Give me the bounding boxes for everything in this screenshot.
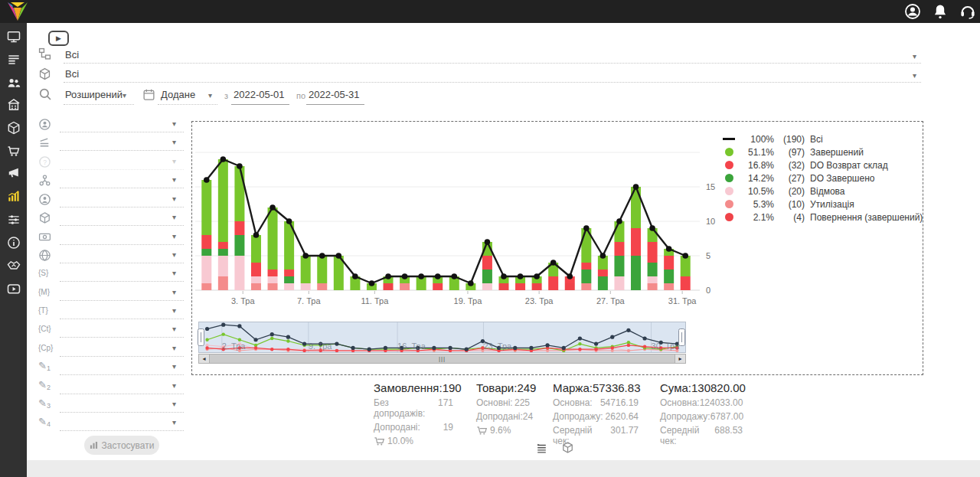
legend-item[interactable]: 5.3% (10) Утилізація <box>719 198 918 211</box>
total-line-point[interactable] <box>583 225 590 231</box>
sidebar-item-warehouse[interactable] <box>6 97 21 113</box>
stacked-bar-segment[interactable] <box>301 256 311 283</box>
chevron-down-icon[interactable]: ▾ <box>913 53 916 60</box>
stacked-bar-segment[interactable] <box>201 256 211 283</box>
total-line-point[interactable] <box>385 273 391 279</box>
stacked-bar-segment[interactable] <box>681 256 691 276</box>
total-line-point[interactable] <box>418 273 424 279</box>
support-button[interactable] <box>959 2 977 21</box>
date-to-input[interactable] <box>306 89 364 105</box>
stacked-bar-segment[interactable] <box>218 249 228 256</box>
stacked-bar-segment[interactable] <box>201 283 211 290</box>
stacked-bar-segment[interactable] <box>548 276 558 290</box>
stacked-bar-segment[interactable] <box>268 270 278 276</box>
stacked-bar-segment[interactable] <box>664 283 674 290</box>
total-line-point[interactable] <box>633 184 639 190</box>
sidebar-item-video-lessons[interactable] <box>6 281 21 296</box>
stacked-bar-segment[interactable] <box>268 283 278 290</box>
navigator-right-handle[interactable] <box>678 328 685 346</box>
sidebar-item-dashboard[interactable] <box>6 29 21 44</box>
stacked-bar-segment[interactable] <box>515 283 525 290</box>
stacked-bar-segment[interactable] <box>598 270 608 276</box>
stacked-bar-segment[interactable] <box>648 242 658 263</box>
stacked-bar-segment[interactable] <box>433 283 443 290</box>
category-filter-select[interactable] <box>64 49 921 64</box>
total-line-point[interactable] <box>319 253 325 259</box>
total-line-point[interactable] <box>616 218 622 224</box>
stacked-bar-segment[interactable] <box>234 166 244 221</box>
view-products-button[interactable] <box>561 441 574 454</box>
legend-item[interactable]: 10.5% (20) Відмова <box>719 185 918 198</box>
search-mode-select[interactable] <box>64 89 134 105</box>
total-line-point[interactable] <box>600 253 606 259</box>
stacked-bar-segment[interactable] <box>482 270 492 283</box>
total-line-point[interactable] <box>451 273 457 279</box>
main-chart-svg[interactable]: 0510153. Тра7. Тра11. Тра19. Тра23. Тра2… <box>192 122 728 313</box>
stacked-bar-segment[interactable] <box>201 180 211 235</box>
stacked-bar-segment[interactable] <box>482 256 492 270</box>
filter-row-utm-medium[interactable]: {M} ▾ <box>38 284 184 302</box>
notifications-button[interactable] <box>931 2 949 21</box>
stacked-bar-segment[interactable] <box>218 242 228 249</box>
scroll-right-button[interactable]: ▸ <box>675 354 685 363</box>
total-line-point[interactable] <box>302 253 309 259</box>
total-line-point[interactable] <box>270 204 276 211</box>
stacked-bar-segment[interactable] <box>532 283 542 290</box>
filter-row-custom-2[interactable]: ✎2 ▾ <box>38 377 184 396</box>
total-line-point[interactable] <box>518 273 524 279</box>
sidebar-item-analytics-active[interactable] <box>6 188 21 204</box>
filter-row-product-type[interactable]: ▾ <box>38 209 184 227</box>
stacked-bar-segment[interactable] <box>400 283 410 290</box>
legend-item[interactable]: 2.1% (4) Повернення (завершений) <box>719 211 918 224</box>
total-line-point[interactable] <box>435 273 441 279</box>
filter-row-custom-3[interactable]: ✎3 ▾ <box>38 396 184 414</box>
total-line-point[interactable] <box>550 260 557 266</box>
total-line-point[interactable] <box>567 273 573 279</box>
filter-row-manager[interactable]: ▾ <box>38 191 184 209</box>
stacked-bar-segment[interactable] <box>581 270 591 283</box>
stacked-bar-segment[interactable] <box>631 256 641 290</box>
chart-scrollbar[interactable]: ◂ ||| ▸ <box>198 354 686 364</box>
stacked-bar-segment[interactable] <box>681 276 691 290</box>
stacked-bar-segment[interactable] <box>218 256 228 276</box>
filter-row-utm-source[interactable]: {S} ▾ <box>38 265 184 283</box>
filter-row-utm-content[interactable]: {Ct} ▾ <box>38 321 184 339</box>
total-line-point[interactable] <box>336 253 342 259</box>
stacked-bar-segment[interactable] <box>218 159 228 242</box>
stacked-bar-segment[interactable] <box>201 235 211 249</box>
total-line-point[interactable] <box>649 225 655 231</box>
total-line-point[interactable] <box>204 177 210 183</box>
stacked-bar-segment[interactable] <box>268 207 278 270</box>
filter-row-utm-campaign[interactable]: {Cp} ▾ <box>38 340 184 358</box>
filter-row-utm-term[interactable]: {T} ▾ <box>38 302 184 321</box>
stacked-bar-segment[interactable] <box>284 270 294 276</box>
stacked-bar-segment[interactable] <box>251 235 261 263</box>
sidebar-item-info[interactable] <box>6 235 21 250</box>
app-logo[interactable] <box>6 1 29 22</box>
stacked-bar-segment[interactable] <box>614 256 624 276</box>
stacked-bar-segment[interactable] <box>284 283 294 290</box>
stacked-bar-segment[interactable] <box>201 249 211 256</box>
sidebar-item-customers[interactable] <box>6 75 21 90</box>
filter-row-custom-4[interactable]: ✎4 ▾ <box>38 414 184 433</box>
stacked-bar-segment[interactable] <box>565 283 575 290</box>
stacked-bar-segment[interactable] <box>482 283 492 290</box>
stacked-bar-segment[interactable] <box>648 283 658 290</box>
stacked-bar-segment[interactable] <box>598 276 608 290</box>
stacked-bar-segment[interactable] <box>648 276 658 283</box>
view-orders-list-button[interactable] <box>535 441 548 454</box>
stacked-bar-segment[interactable] <box>268 276 278 283</box>
stacked-bar-segment[interactable] <box>301 283 311 290</box>
filter-row-structure[interactable]: ▾ <box>38 172 184 190</box>
sidebar-item-orders[interactable] <box>6 52 21 67</box>
sidebar-item-settings[interactable] <box>6 212 21 227</box>
stacked-bar-segment[interactable] <box>581 283 591 290</box>
stacked-bar-segment[interactable] <box>614 221 624 242</box>
stacked-bar-segment[interactable] <box>317 256 327 283</box>
sidebar-item-marketing[interactable] <box>6 165 21 181</box>
total-line-point[interactable] <box>253 232 260 238</box>
legend-item[interactable]: 51.1% (97) Завершений <box>719 145 918 158</box>
filter-row-website[interactable]: ▾ <box>38 247 184 265</box>
legend-item[interactable]: 16.8% (32) DO Возврат склад <box>719 158 918 172</box>
stacked-bar-segment[interactable] <box>251 276 261 283</box>
